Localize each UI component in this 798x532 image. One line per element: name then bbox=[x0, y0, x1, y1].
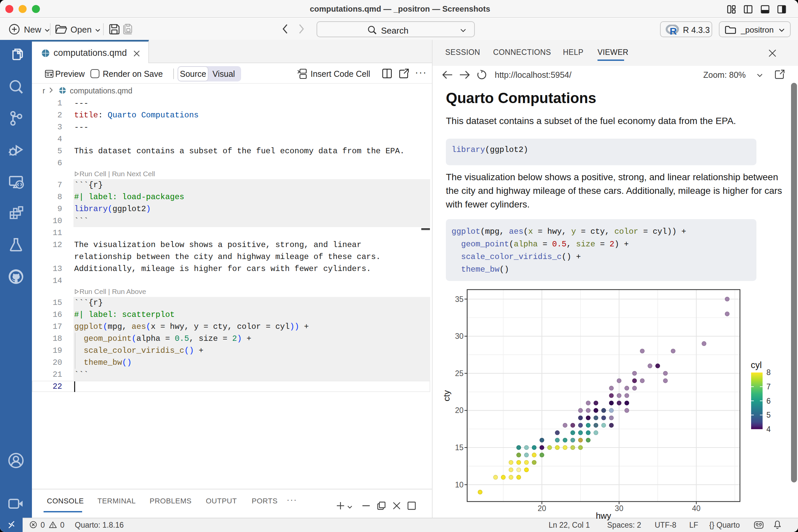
svg-text:30: 30 bbox=[615, 504, 624, 513]
svg-text:30: 30 bbox=[455, 332, 463, 341]
svg-text:20: 20 bbox=[455, 406, 463, 415]
svg-text:R: R bbox=[670, 25, 677, 35]
svg-text:5: 5 bbox=[766, 411, 771, 419]
svg-text:15: 15 bbox=[455, 443, 463, 452]
svg-text:40: 40 bbox=[692, 504, 701, 513]
svg-text:20: 20 bbox=[538, 504, 546, 513]
svg-text:4: 4 bbox=[766, 425, 771, 434]
svg-text:cyl: cyl bbox=[751, 360, 762, 370]
svg-text:6: 6 bbox=[766, 397, 771, 405]
svg-text:25: 25 bbox=[455, 369, 463, 378]
svg-text:7: 7 bbox=[766, 382, 771, 391]
svg-text:cty: cty bbox=[441, 390, 452, 401]
svg-text:35: 35 bbox=[455, 295, 463, 304]
svg-text:10: 10 bbox=[455, 480, 463, 489]
svg-text:hwy: hwy bbox=[596, 511, 611, 521]
svg-text:8: 8 bbox=[766, 368, 771, 377]
